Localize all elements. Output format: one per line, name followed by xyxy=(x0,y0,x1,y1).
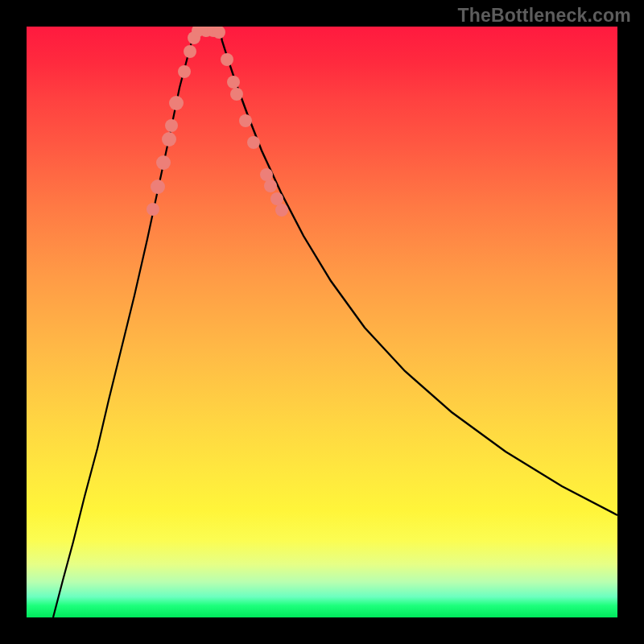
data-marker xyxy=(165,119,178,132)
plot-area xyxy=(27,27,617,617)
chart-svg xyxy=(27,27,617,617)
data-marker xyxy=(221,53,233,66)
data-marker xyxy=(260,168,273,181)
curve-right xyxy=(219,27,617,515)
data-marker xyxy=(275,204,288,217)
data-marker xyxy=(151,180,165,194)
data-marker xyxy=(264,180,277,192)
data-marker xyxy=(230,88,243,101)
data-marker xyxy=(169,96,184,110)
watermark-text: TheBottleneck.com xyxy=(457,5,631,27)
chart-frame: TheBottleneck.com xyxy=(0,0,644,644)
data-marker xyxy=(147,203,159,216)
data-marker xyxy=(156,155,171,170)
data-marker xyxy=(227,76,240,89)
data-marker xyxy=(178,65,191,78)
data-marker xyxy=(184,45,196,58)
data-marker xyxy=(247,136,260,149)
data-marker xyxy=(239,114,252,127)
data-marker xyxy=(162,132,176,147)
data-markers xyxy=(147,27,288,217)
curve-left xyxy=(53,27,197,617)
data-marker xyxy=(270,192,283,205)
